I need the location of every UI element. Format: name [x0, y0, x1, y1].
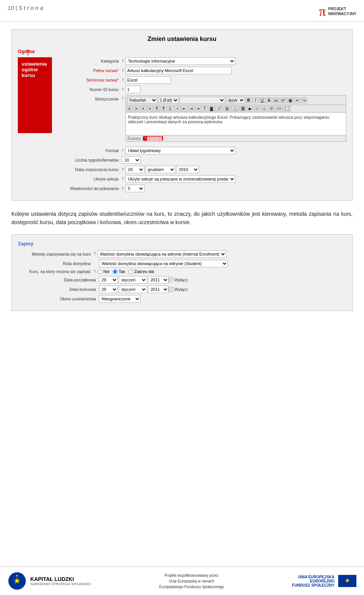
- arrow-icon: ↑: [25, 46, 31, 58]
- numer-id-help: ?: [122, 88, 124, 92]
- redo-button[interactable]: ↪: [301, 97, 307, 103]
- bold-button[interactable]: B: [246, 97, 252, 103]
- kurs-radio-group: Nie Tak Zakres dat: [97, 269, 154, 274]
- list-ul-button[interactable]: •: [174, 106, 180, 111]
- svg-text:★: ★: [13, 576, 21, 586]
- skrocona-nazwa-input[interactable]: [126, 76, 171, 84]
- align-justify-button[interactable]: ≡: [147, 106, 153, 111]
- kurs-help: ?: [94, 270, 96, 274]
- indent3-button[interactable]: ⇥: [195, 106, 201, 111]
- kategoria-select[interactable]: Technologie informacyjne: [126, 57, 235, 65]
- radio-nie-input[interactable]: [97, 269, 102, 274]
- emoji-button[interactable]: ☺: [261, 106, 268, 111]
- data-month-select[interactable]: grudzień: [145, 166, 176, 173]
- table-button[interactable]: ▦: [287, 97, 293, 103]
- body-text: Kolejne ustawienia dotyczą zapisów stude…: [11, 210, 353, 227]
- okres-select[interactable]: Nieograniczone: [99, 295, 141, 303]
- undo-button[interactable]: ↩: [294, 97, 300, 103]
- dk-year-select[interactable]: 2011: [148, 286, 169, 293]
- jezyk-select[interactable]: Język: [226, 97, 245, 104]
- radio-tak-option[interactable]: Tak: [113, 269, 125, 274]
- logo-area: π PROJEKT INNOWACYJNY: [319, 5, 356, 18]
- dk-month-select[interactable]: styczeń: [119, 286, 147, 293]
- dp-month-select[interactable]: styczeń: [119, 276, 147, 284]
- list-ol-button[interactable]: 1.: [168, 106, 174, 111]
- align-center-button[interactable]: ≡: [133, 106, 140, 111]
- remove-link-button[interactable]: ⛓: [224, 106, 231, 111]
- radio-zakres-input[interactable]: [128, 269, 133, 274]
- dp-day-select[interactable]: 29: [99, 276, 118, 284]
- main-content: Zmień ustawienia kursu Ogólne ↑ ustawien…: [0, 22, 364, 319]
- dp-wyacz-checkbox[interactable]: [169, 278, 173, 282]
- indent-right-button[interactable]: ⇥: [188, 106, 194, 111]
- bg-color-button[interactable]: ▓: [209, 106, 215, 111]
- anchor-button[interactable]: ⚓: [231, 106, 239, 111]
- char-button[interactable]: ©: [268, 106, 275, 111]
- okres-label: Okres uczestnictwa: [23, 297, 99, 301]
- eu-stars-icon: ★: [8, 571, 27, 590]
- superscript-button[interactable]: x²: [280, 97, 286, 103]
- dk-day-select[interactable]: 29: [99, 286, 118, 293]
- pilcrow-button[interactable]: ¶: [154, 106, 160, 111]
- radio-zakres-option[interactable]: Zakres dat: [128, 269, 154, 274]
- font-extra-select[interactable]: [180, 97, 225, 104]
- dk-wyacz-checkbox[interactable]: [169, 287, 173, 292]
- subscript-button[interactable]: x₂: [273, 97, 279, 103]
- indent-left-button[interactable]: ⇤: [181, 106, 187, 111]
- align-left-button[interactable]: ≡: [127, 106, 133, 111]
- strikethrough-button[interactable]: S: [266, 97, 272, 103]
- text-color-button[interactable]: T: [202, 106, 208, 111]
- radio-nie-option[interactable]: Nie: [97, 269, 110, 274]
- pelna-nazwa-input[interactable]: [126, 67, 232, 74]
- skrocona-nazwa-label: Skrócona nazwa*: [61, 78, 122, 82]
- dk-wyacz-label: Wyłącz: [174, 287, 188, 292]
- zapisy-title: Zapisy: [18, 241, 346, 246]
- data-row: Data rozpoczęcia kursu ? 20 grudzień 201…: [61, 166, 346, 173]
- format-label: Format: [61, 148, 122, 153]
- eu-flag-icon: ★: [338, 575, 356, 587]
- skrocona-nazwa-help: ?: [122, 78, 124, 82]
- logo-line2: INNOWACYJNY: [328, 11, 356, 16]
- wiadomosci-select[interactable]: 5: [126, 185, 144, 192]
- shape-button[interactable]: □: [254, 106, 260, 111]
- footer-ue-text: UNIA EUROPEJSKA EUROPEJSKI FUNDUSZ SPOŁE…: [292, 575, 334, 587]
- wiadomosci-row: Wiadomości do pokazania ? 5: [61, 185, 346, 192]
- font-size-select[interactable]: 1 (8 pt): [158, 97, 179, 104]
- numer-id-input[interactable]: [126, 86, 141, 93]
- image-button[interactable]: 🖼: [240, 106, 246, 111]
- zmien-ustawienia-screenshot: Zmień ustawienia kursu Ogólne ↑ ustawien…: [11, 29, 353, 201]
- code-button[interactable]: <>: [275, 106, 283, 111]
- footer-left: ★ KAPITAŁ LUDZKI NARODOWA STRATEGIA SPÓJ…: [8, 571, 91, 590]
- font-family-select[interactable]: Trebuchet: [127, 97, 157, 104]
- page-number: 10 | S t r o n a: [8, 5, 43, 11]
- data-year-select[interactable]: 2010: [176, 166, 199, 173]
- kurs-row: Kurs, na który można się zapisać ? Nie T…: [18, 269, 346, 274]
- format-select[interactable]: Układ tygodniowy: [126, 147, 235, 154]
- underline-button[interactable]: U: [259, 97, 265, 103]
- align-right-button[interactable]: ≡: [140, 106, 146, 111]
- radio-zakres-label: Zakres dat: [134, 269, 154, 274]
- media-button[interactable]: ▶: [247, 106, 253, 111]
- rte-content-area[interactable]: Praktyczny kurs obsługi arkusza kalkulac…: [126, 113, 346, 135]
- radio-tak-input[interactable]: [113, 269, 118, 274]
- data-poczatkowa-label: Data początkowa: [23, 278, 99, 282]
- kategoria-row: Kategoria ? Technologie informacyjne: [61, 57, 346, 65]
- pilcrow2-button[interactable]: ¶: [161, 106, 167, 111]
- page-footer: ★ KAPITAŁ LUDZKI NARODOWA STRATEGIA SPÓJ…: [0, 567, 364, 595]
- form-area: ↑ ustawienia ogólne kursu Kategoria ? Te…: [18, 57, 346, 194]
- dp-year-select[interactable]: 2011: [148, 276, 169, 284]
- svg-text:★: ★: [345, 577, 350, 584]
- ukryte-sekcje-select[interactable]: Ukryte sekcje są pokazane w zminimalizow…: [126, 175, 235, 183]
- liczba-tygodni-select[interactable]: 10: [122, 156, 141, 164]
- rola-select[interactable]: Wartość domyślna obowiązująca na witryni…: [99, 260, 228, 267]
- kurs-label: Kurs, na który można się zapisać: [18, 269, 94, 274]
- radio-tak-label: Tak: [119, 269, 125, 274]
- fullscreen-button[interactable]: ⛶: [284, 106, 290, 111]
- rte-text: Praktyczny kurs obsługi arkusza kalkulac…: [128, 115, 329, 124]
- data-day-select[interactable]: 20: [126, 166, 144, 173]
- pelna-nazwa-help: ?: [122, 69, 124, 73]
- italic-button[interactable]: I: [253, 97, 259, 103]
- ukryte-sekcje-help: ?: [122, 177, 124, 181]
- insert-link-button[interactable]: 🔗: [215, 106, 223, 111]
- metody-select[interactable]: Wartość domyślna obowiązująca na witryni…: [97, 250, 226, 258]
